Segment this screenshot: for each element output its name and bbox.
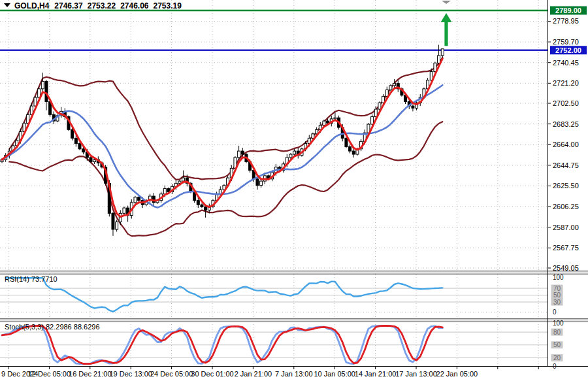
price-tick-label: 2759.70 <box>553 38 579 46</box>
time-tick-label: 24 Dec 05:00 <box>150 370 193 378</box>
panel-separator[interactable] <box>0 318 588 322</box>
object-anchor-icon <box>442 1 451 4</box>
candle-body-up <box>260 181 263 186</box>
candle-body-down <box>204 207 207 210</box>
price-tick-label: 2549.05 <box>553 264 579 272</box>
price-tick-label: 2606.25 <box>553 203 579 210</box>
candle-body-up <box>312 134 314 139</box>
drawn-objects[interactable] <box>441 13 452 46</box>
candle-body-up <box>289 154 292 158</box>
horizontal-line-objects[interactable] <box>0 10 547 50</box>
time-tick-label: 19 Dec 13:00 <box>109 370 152 378</box>
candle-body-up <box>441 49 444 56</box>
time-tick-label: 10 Jan 05:00 <box>314 370 355 378</box>
candle-body-down <box>345 138 348 146</box>
time-tick-label: 14 Jan 21:00 <box>355 370 397 378</box>
price-level-badge-text: 2752.00 <box>555 46 581 54</box>
candle-body-down <box>82 149 85 152</box>
price-tick-label: 2740.45 <box>553 59 579 67</box>
close-value: 2753.19 <box>154 1 182 10</box>
candle-body-up <box>293 151 296 154</box>
candle-body-down <box>352 151 355 154</box>
indicator-level-label: 50 <box>553 341 561 348</box>
indicator-range-label: 100 <box>553 274 564 281</box>
up-arrow-object[interactable] <box>441 13 452 46</box>
chart-grid <box>0 0 547 366</box>
stochastic-label: Stoch(5,3,3) 82.2986 88.6296 <box>5 323 100 331</box>
indicator-level-label: 50 <box>553 291 561 299</box>
time-tick-label: 16 Dec 21:00 <box>69 370 111 378</box>
chart-canvas[interactable]: 2789.002752.002778.952759.702740.452721.… <box>0 0 588 383</box>
candle-body-up <box>123 208 125 213</box>
price-tick-label: 2587.00 <box>553 224 579 231</box>
price-axis[interactable]: 2789.002752.002778.952759.702740.452721.… <box>547 6 587 369</box>
candle-body-down <box>71 129 74 138</box>
main-chart-area[interactable] <box>0 10 547 236</box>
candle-body-up <box>323 121 325 125</box>
candle-body-down <box>74 138 77 143</box>
indicator-range-label: 0 <box>553 363 557 370</box>
candle-body-up <box>93 159 96 161</box>
candle-body-up <box>389 86 392 90</box>
candle-body-down <box>241 151 244 154</box>
high-value: 2753.22 <box>88 1 116 10</box>
time-axis[interactable]: 9 Dec 202412 Dec 05:0016 Dec 21:0019 Dec… <box>1 366 538 378</box>
indicator-level-label: 30 <box>553 299 561 306</box>
candle-body-up <box>238 151 240 158</box>
price-tick-label: 2702.50 <box>553 99 579 107</box>
indicator-range-label: 100 <box>553 320 564 327</box>
candle-body-down <box>78 144 81 149</box>
candle-body-up <box>393 84 396 86</box>
indicator-level-label: 20 <box>553 354 561 361</box>
candle-body-up <box>163 189 166 194</box>
chart-ohlc-readout: GOLD,H42746.372753.222746.062753.19 <box>14 1 182 10</box>
bollinger-upper-band <box>9 58 442 180</box>
candle-body-down <box>256 179 259 186</box>
candle-body-down <box>45 81 48 101</box>
candle-body-down <box>201 205 203 207</box>
open-value: 2746.37 <box>54 1 83 10</box>
indicator-level-label: 80 <box>553 329 561 336</box>
time-tick-label: 7 Jan 13:00 <box>275 370 313 378</box>
candle-body-down <box>349 147 351 152</box>
candle-body-down <box>412 106 414 108</box>
candle-body-down <box>90 158 92 162</box>
candle-body-up <box>41 81 44 88</box>
price-tick-label: 2625.50 <box>553 182 579 190</box>
rsi-label: RSI(14) 73.7710 <box>5 275 57 283</box>
time-tick-label: 22 Jan 05:00 <box>436 370 478 378</box>
price-tick-label: 2721.20 <box>553 79 579 87</box>
candle-body-up <box>438 56 440 63</box>
candle-body-down <box>197 201 199 205</box>
bollinger-bands <box>9 58 442 236</box>
chart-window: 2789.002752.002778.952759.702740.452721.… <box>0 0 588 383</box>
low-value: 2746.06 <box>120 1 149 10</box>
candle-body-down <box>138 197 140 201</box>
time-tick-label: 12 Dec 05:00 <box>28 370 71 378</box>
price-tick-label: 2778.95 <box>553 17 579 25</box>
panel-separator[interactable] <box>0 271 588 275</box>
bollinger-lower-band <box>9 122 442 236</box>
candle-body-up <box>116 222 118 229</box>
symbol-dropdown-icon[interactable] <box>4 3 10 7</box>
time-tick-label: 17 Jan 13:00 <box>395 370 437 378</box>
price-level-badge-text: 2789.00 <box>555 7 581 14</box>
price-tick-label: 2683.25 <box>553 120 579 128</box>
candle-body-up <box>134 197 137 203</box>
price-tick-label: 2664.00 <box>553 141 579 148</box>
candle-body-up <box>371 117 374 124</box>
candle-body-up <box>182 178 185 181</box>
indicator-level-label: 70 <box>553 285 561 292</box>
price-tick-label: 2644.75 <box>553 161 579 169</box>
candle-body-up <box>334 118 336 119</box>
symbol-label: GOLD,H4 <box>14 1 50 10</box>
price-tick-label: 2567.75 <box>553 244 579 252</box>
time-tick-label: 30 Dec 01:00 <box>191 370 233 378</box>
candlesticks <box>1 45 444 236</box>
time-tick-label: 2 Jan 21:00 <box>235 370 272 378</box>
candle-body-up <box>378 103 381 109</box>
candle-body-down <box>112 213 114 229</box>
indicator-range-label: 0 <box>553 308 557 316</box>
